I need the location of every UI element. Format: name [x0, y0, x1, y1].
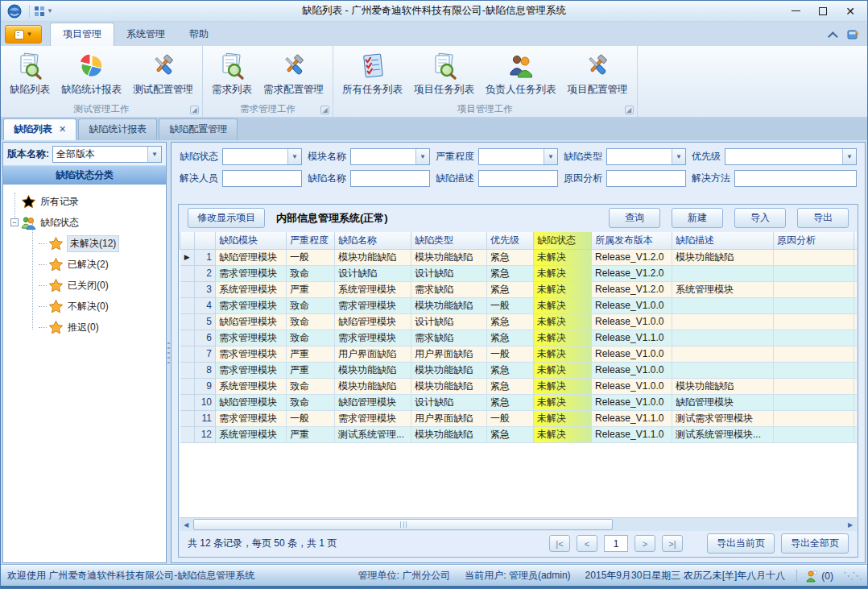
cell[interactable]: 严重: [287, 362, 335, 378]
new-button[interactable]: 新建: [672, 208, 723, 228]
column-header[interactable]: 缺陷状态: [534, 232, 592, 249]
cell[interactable]: 一般: [287, 410, 335, 426]
cell[interactable]: 需求缺陷: [411, 330, 487, 346]
table-row[interactable]: 3系统管理模块严重系统管理模块需求缺陷紧急未解决Release_V1.2.0系统…: [180, 281, 858, 297]
cell[interactable]: 未解决: [534, 249, 592, 265]
cell[interactable]: 模块功能缺陷: [411, 378, 487, 394]
cell[interactable]: [774, 378, 854, 394]
requirement-config-button[interactable]: 需求配置管理: [258, 48, 329, 98]
cell[interactable]: 未解决: [534, 281, 592, 297]
cell[interactable]: [672, 297, 774, 313]
cell[interactable]: 致命: [287, 313, 335, 330]
cell[interactable]: 系统管理模块: [216, 426, 287, 442]
cell[interactable]: 系统管理模块: [335, 281, 411, 297]
cause-analysis-filter-input[interactable]: [606, 170, 686, 187]
cell[interactable]: [774, 313, 854, 330]
cell[interactable]: 致命: [287, 378, 335, 394]
cell[interactable]: 紧急: [487, 394, 534, 410]
cell[interactable]: 需求管理模块: [216, 362, 287, 378]
modify-columns-button[interactable]: 修改显示项目: [188, 208, 265, 228]
cell[interactable]: 紧急: [487, 426, 534, 442]
doc-tab-defect-config[interactable]: 缺陷配置管理: [159, 118, 238, 140]
cell[interactable]: 模块功能缺陷: [335, 249, 411, 265]
first-page-button[interactable]: |<: [549, 535, 570, 552]
export-current-page-button[interactable]: 导出当前页: [707, 533, 775, 554]
cell[interactable]: 缺陷管理模块: [335, 313, 411, 330]
cell[interactable]: 紧急: [487, 362, 534, 378]
tree-item-defect-status[interactable]: − 缺陷状态: [3, 212, 166, 233]
cell[interactable]: Release_V1.1.0: [592, 426, 672, 442]
all-tasks-button[interactable]: 所有任务列表: [337, 48, 408, 98]
dialog-launcher-icon[interactable]: ◢: [320, 106, 329, 114]
ribbon-tab-system[interactable]: 系统管理: [114, 23, 177, 46]
cell[interactable]: 模块功能缺陷: [672, 249, 774, 265]
cell[interactable]: 紧急: [487, 265, 534, 281]
cell[interactable]: 未解决: [534, 330, 592, 346]
cell[interactable]: 紧急: [487, 330, 534, 346]
cell[interactable]: [672, 313, 774, 330]
cell[interactable]: 严重: [287, 281, 335, 297]
cell[interactable]: 需求缺陷: [411, 281, 487, 297]
solution-filter-input[interactable]: [734, 170, 857, 187]
chevron-down-icon[interactable]: ▼: [415, 149, 429, 164]
next-page-button[interactable]: >: [634, 535, 655, 552]
cell[interactable]: 缺陷管理模块: [335, 394, 411, 410]
cell[interactable]: 模块功能缺陷: [411, 249, 487, 265]
cell[interactable]: 模块功能缺陷: [335, 362, 411, 378]
cell[interactable]: [672, 265, 774, 281]
row-number-cell[interactable]: 3: [195, 281, 216, 297]
tree-item-postponed[interactable]: 推迟(0): [3, 317, 166, 338]
column-header[interactable]: 缺陷类型: [411, 232, 487, 249]
messenger-person-icon[interactable]: [805, 570, 818, 583]
cell[interactable]: 用户界面缺陷: [411, 346, 487, 362]
tree-item-wont-fix[interactable]: 不解决(0): [3, 296, 166, 317]
severity-filter[interactable]: ▼: [478, 148, 558, 165]
collapse-node-icon[interactable]: −: [10, 218, 19, 226]
defect-name-filter-input[interactable]: [350, 170, 430, 187]
page-number-input[interactable]: [604, 535, 628, 552]
cell[interactable]: 测试系统管理模块...: [672, 426, 774, 442]
cell[interactable]: 需求管理模块: [335, 410, 411, 426]
row-number-cell[interactable]: 12: [195, 426, 216, 442]
doc-tab-defect-list[interactable]: 缺陷列表 ✕: [3, 118, 76, 140]
switch-window-icon[interactable]: [846, 28, 859, 41]
table-row[interactable]: ▶1缺陷管理模块一般模块功能缺陷模块功能缺陷紧急未解决Release_V1.2.…: [180, 249, 858, 265]
cell[interactable]: 未解决: [534, 362, 592, 378]
cell[interactable]: 缺陷管理模块: [216, 394, 287, 410]
cell[interactable]: 系统管理模块: [672, 281, 774, 297]
export-button[interactable]: 导出: [797, 208, 849, 228]
table-row[interactable]: 8需求管理模块严重模块功能缺陷模块功能缺陷紧急未解决Release_V1.0.0: [180, 362, 858, 378]
cell[interactable]: [854, 249, 858, 265]
cell[interactable]: [774, 394, 854, 410]
cell[interactable]: Release_V1.0.0: [592, 362, 672, 378]
ribbon-tab-help[interactable]: 帮助: [177, 23, 221, 46]
cell[interactable]: 一般: [487, 410, 534, 426]
cell[interactable]: Release_V1.0.0: [592, 297, 672, 313]
cell[interactable]: 一般: [487, 297, 534, 313]
cell[interactable]: [774, 362, 854, 378]
cell[interactable]: 未解决: [534, 346, 592, 362]
cell[interactable]: 致命: [287, 394, 335, 410]
column-header[interactable]: 缺陷模块: [216, 232, 287, 249]
cell[interactable]: 致命: [287, 265, 335, 281]
cell[interactable]: 需求管理模块: [216, 410, 287, 426]
close-button[interactable]: ✕: [837, 2, 864, 20]
cell[interactable]: 设计缺陷: [335, 265, 411, 281]
cell[interactable]: [774, 265, 854, 281]
cell[interactable]: [854, 265, 858, 281]
table-row[interactable]: 5缺陷管理模块致命缺陷管理模块设计缺陷紧急未解决Release_V1.0.0: [180, 313, 858, 330]
row-number-cell[interactable]: 4: [195, 297, 216, 313]
cell[interactable]: [774, 330, 854, 346]
doc-tab-defect-report[interactable]: 缺陷统计报表: [78, 118, 157, 140]
cell[interactable]: 致命: [287, 330, 335, 346]
cell[interactable]: 设计缺陷: [411, 265, 487, 281]
cell[interactable]: 需求管理模块: [335, 297, 411, 313]
cell[interactable]: [774, 297, 854, 313]
cell[interactable]: 需求管理模块: [216, 265, 287, 281]
resolver-filter-input[interactable]: [222, 170, 302, 187]
owner-tasks-button[interactable]: 负责人任务列表: [480, 48, 562, 98]
chevron-down-icon[interactable]: ▼: [672, 149, 685, 164]
defect-type-filter[interactable]: ▼: [606, 148, 686, 165]
row-number-cell[interactable]: 1: [195, 249, 216, 265]
defect-status-filter[interactable]: ▼: [222, 148, 302, 165]
